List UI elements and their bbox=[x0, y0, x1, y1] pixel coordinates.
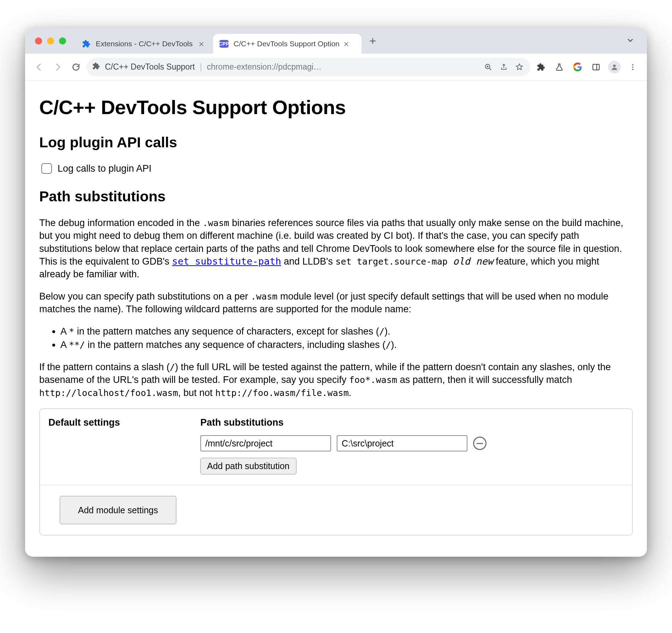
side-panel-icon[interactable] bbox=[588, 59, 604, 75]
forward-button[interactable] bbox=[50, 59, 65, 75]
minus-icon bbox=[477, 443, 483, 444]
tab-extensions[interactable]: Extensions - C/C++ DevTools S bbox=[75, 34, 213, 54]
list-item: A **/ in the pattern matches any sequenc… bbox=[60, 338, 633, 351]
window-close-dot[interactable] bbox=[35, 37, 42, 45]
new-tab-button[interactable] bbox=[364, 32, 381, 49]
address-url: chrome-extension://pdcpmagi… bbox=[207, 62, 322, 72]
svg-point-2 bbox=[613, 64, 615, 67]
paths-paragraph-1: The debug information encoded in the .wa… bbox=[39, 217, 633, 281]
section-heading-log: Log plugin API calls bbox=[39, 133, 633, 152]
wildcard-pattern-list: A * in the pattern matches any sequence … bbox=[39, 325, 633, 351]
close-icon[interactable] bbox=[198, 41, 205, 47]
from-path-input[interactable] bbox=[200, 435, 331, 451]
labs-flask-icon[interactable] bbox=[552, 59, 567, 75]
log-api-calls-label: Log calls to plugin API bbox=[58, 162, 152, 175]
svg-rect-1 bbox=[593, 64, 599, 70]
window-traffic-lights bbox=[35, 37, 66, 45]
add-module-settings-button[interactable]: Add module settings bbox=[60, 496, 176, 524]
page-content: C/C++ DevTools Support Options Log plugi… bbox=[25, 81, 647, 557]
address-separator: | bbox=[200, 62, 202, 72]
log-api-calls-checkbox[interactable] bbox=[41, 163, 52, 174]
tab-overflow-button[interactable] bbox=[618, 32, 643, 50]
back-button[interactable] bbox=[31, 59, 47, 75]
window-minimize-dot[interactable] bbox=[47, 37, 54, 45]
address-extension-name: C/C++ DevTools Support bbox=[105, 62, 195, 72]
tab-devtools-options[interactable]: CPP C/C++ DevTools Support Option bbox=[213, 34, 361, 54]
bookmark-star-icon[interactable] bbox=[514, 63, 525, 71]
svg-point-3 bbox=[632, 64, 633, 65]
close-icon[interactable] bbox=[343, 41, 349, 47]
list-item: A * in the pattern matches any sequence … bbox=[60, 325, 633, 338]
svg-point-5 bbox=[632, 69, 633, 70]
address-bar[interactable]: C/C++ DevTools Support | chrome-extensio… bbox=[87, 58, 530, 76]
extensions-button[interactable] bbox=[533, 59, 549, 75]
svg-point-4 bbox=[632, 66, 633, 68]
section-heading-paths: Path substitutions bbox=[39, 187, 633, 206]
profile-avatar[interactable] bbox=[607, 59, 622, 75]
share-icon[interactable] bbox=[499, 63, 509, 71]
path-subs-heading: Path substitutions bbox=[200, 416, 624, 429]
kebab-menu-icon[interactable] bbox=[625, 59, 641, 75]
tab-title: C/C++ DevTools Support Option bbox=[234, 40, 340, 48]
tab-title: Extensions - C/C++ DevTools S bbox=[96, 40, 195, 48]
paths-paragraph-3: If the pattern contains a slash (/) the … bbox=[39, 361, 633, 399]
google-g-icon[interactable] bbox=[570, 59, 585, 75]
gdb-substitute-path-link[interactable]: set substitute-path bbox=[172, 256, 281, 267]
cpp-icon: CPP bbox=[219, 39, 229, 48]
default-settings-heading: Default settings bbox=[48, 416, 190, 429]
settings-box: Default settings Path substitutions Add … bbox=[39, 408, 633, 536]
window-zoom-dot[interactable] bbox=[59, 37, 66, 45]
reload-button[interactable] bbox=[68, 59, 84, 75]
divider bbox=[40, 485, 632, 485]
to-path-input[interactable] bbox=[337, 435, 467, 451]
zoom-icon[interactable] bbox=[483, 63, 494, 71]
remove-row-button[interactable] bbox=[473, 437, 487, 450]
extension-puzzle-icon bbox=[92, 62, 100, 72]
browser-toolbar: C/C++ DevTools Support | chrome-extensio… bbox=[25, 54, 647, 81]
tab-strip: Extensions - C/C++ DevTools S CPP C/C++ … bbox=[25, 28, 647, 54]
puzzle-icon bbox=[82, 39, 91, 48]
substitution-row bbox=[200, 435, 624, 451]
page-title: C/C++ DevTools Support Options bbox=[39, 94, 633, 121]
add-substitution-button[interactable]: Add path substitution bbox=[200, 458, 296, 474]
paths-paragraph-2: Below you can specify path substitutions… bbox=[39, 290, 633, 316]
browser-window: Extensions - C/C++ DevTools S CPP C/C++ … bbox=[25, 28, 647, 557]
